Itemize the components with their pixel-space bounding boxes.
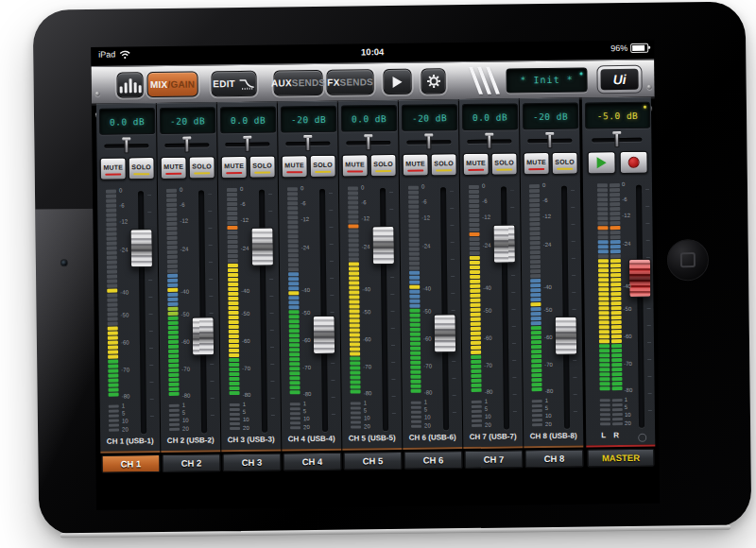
solo-button[interactable]: SOLO [552, 152, 578, 175]
meter-segment [166, 227, 177, 231]
meter-segment [228, 278, 238, 282]
meter-segment [107, 256, 117, 260]
meter-segment [166, 203, 177, 207]
tab-ch8[interactable]: CH 8 [524, 450, 583, 469]
meter-segment [597, 212, 608, 215]
solo-button[interactable]: SOLO [249, 155, 276, 178]
tab-ch3[interactable]: CH 3 [222, 453, 281, 471]
meter-segment [470, 256, 480, 260]
meter-segment [531, 359, 541, 363]
meter-segment [470, 289, 480, 293]
meter-segment [106, 199, 116, 203]
meter-scale-label: -80 [303, 391, 322, 397]
meter-segment [168, 340, 179, 344]
mute-button[interactable]: MUTE [100, 157, 127, 180]
meter-segment [409, 252, 420, 256]
fader-handle[interactable] [434, 314, 456, 352]
pan-thumb[interactable] [547, 132, 552, 148]
solo-button[interactable]: SOLO [310, 155, 336, 178]
pan-thumb[interactable] [426, 133, 431, 149]
mute-button[interactable]: MUTE [524, 152, 550, 175]
meter-segment [470, 270, 480, 274]
meter-segment [530, 241, 541, 245]
gr-meter-segment [532, 404, 542, 407]
meter-segment [228, 273, 238, 277]
meter-scale-label: -6 [240, 201, 259, 207]
solo-button[interactable]: SOLO [491, 152, 518, 175]
gr-scale-label: 1 [545, 398, 558, 403]
fader-handle[interactable] [192, 317, 215, 355]
meter-scale-label: -60 [363, 336, 382, 342]
fx-sends-button[interactable]: FXSENDS [326, 69, 373, 95]
gr-scale-label: 20 [243, 425, 256, 431]
meter-segment [229, 358, 239, 362]
meter-segment [229, 363, 239, 367]
meter-segment [229, 311, 239, 315]
aux-sends-button[interactable]: AUXSENDS [273, 70, 322, 96]
mute-button[interactable]: MUTE [342, 154, 369, 177]
player-play-button[interactable] [588, 151, 616, 174]
tab-ch2[interactable]: CH 2 [162, 454, 220, 472]
meter-segment [289, 362, 300, 366]
meter-scale-label: -24 [543, 242, 562, 248]
fader-handle[interactable] [313, 316, 335, 354]
solo-button[interactable]: SOLO [189, 156, 215, 179]
pan-thumb[interactable] [124, 137, 129, 153]
tab-ch1[interactable]: CH 1 [101, 454, 160, 473]
record-button[interactable] [620, 151, 648, 174]
meters-view-button[interactable] [116, 72, 143, 97]
solo-button[interactable]: SOLO [129, 157, 155, 180]
mute-button[interactable]: MUTE [463, 153, 490, 176]
gr-meter-segment [109, 410, 119, 413]
mix-gain-button[interactable]: MIX/GAIN [146, 71, 198, 97]
solo-button[interactable]: SOLO [370, 154, 397, 177]
player-button[interactable] [383, 69, 411, 94]
tab-ch6[interactable]: CH 6 [404, 451, 462, 470]
tab-master[interactable]: MASTER [587, 449, 654, 468]
mute-button[interactable]: MUTE [282, 155, 308, 178]
mute-button[interactable]: MUTE [221, 156, 248, 179]
meter-scale-label: -60 [423, 335, 442, 341]
tab-ch7[interactable]: CH 7 [464, 450, 523, 469]
pan-thumb[interactable] [366, 134, 370, 150]
pan-thumb[interactable] [245, 136, 249, 152]
mute-button[interactable]: MUTE [403, 154, 429, 177]
gr-meter-segment [532, 423, 542, 426]
meter-segment [109, 393, 119, 397]
meter-segment [471, 365, 481, 368]
meter-segment [107, 294, 117, 298]
settings-button[interactable] [421, 68, 445, 94]
meter-segment [599, 368, 610, 371]
meter-segment [348, 224, 358, 228]
meter-scale-label: -60 [121, 339, 140, 345]
meter-scale-label: -60 [484, 335, 503, 341]
gr-meter-segment [290, 417, 301, 420]
tab-ch4[interactable]: CH 4 [283, 453, 341, 471]
edit-button[interactable]: EDIT [211, 71, 256, 97]
meter-scale-label: -80 [545, 387, 564, 393]
pan-thumb[interactable] [305, 135, 310, 151]
channel-level-display: -20 dB [160, 107, 215, 134]
pan-thumb[interactable] [184, 137, 189, 153]
meter-segment [227, 221, 237, 225]
meter-segment [350, 361, 360, 365]
tab-ch5[interactable]: CH 5 [343, 452, 402, 471]
meter-segment [349, 285, 359, 289]
pan-thumb[interactable] [487, 133, 491, 149]
solo-button[interactable]: SOLO [431, 153, 457, 176]
meter-segment [610, 297, 621, 300]
mute-button[interactable]: MUTE [161, 157, 187, 180]
gr-meter-segment [290, 412, 301, 415]
meter-segment [599, 358, 610, 362]
gr-meter-segment [472, 410, 482, 413]
master-pan-thumb[interactable] [614, 131, 619, 147]
home-button[interactable] [667, 239, 710, 282]
meter-segment [166, 213, 177, 216]
meter-segment [409, 262, 420, 265]
meter-segment [167, 279, 178, 283]
meter-segment [106, 223, 116, 227]
gr-meter-segment [351, 416, 361, 419]
master-fader-handle[interactable] [628, 258, 651, 297]
gr-meter-segment [612, 399, 623, 402]
meter-segment [350, 318, 360, 322]
